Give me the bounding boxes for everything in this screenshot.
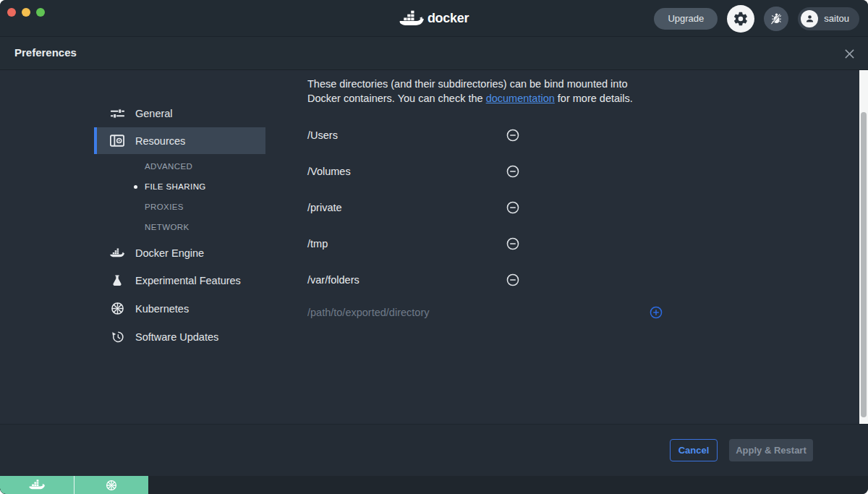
directory-path: /Users xyxy=(307,129,338,141)
upgrade-button[interactable]: Upgrade xyxy=(654,8,718,30)
sidebar-item-kubernetes[interactable]: Kubernetes xyxy=(94,294,265,323)
docker-whale-icon xyxy=(29,479,45,491)
minus-circle-icon xyxy=(506,201,519,214)
directory-path: /Volumes xyxy=(307,166,351,177)
close-window-button[interactable] xyxy=(7,8,16,17)
helm-icon xyxy=(110,302,124,315)
subnav-item-proxies[interactable]: PROXIES xyxy=(94,197,265,217)
subnav-item-file-sharing[interactable]: FILE SHARING xyxy=(94,176,265,197)
sidebar-item-label: General xyxy=(135,108,173,119)
directory-path: /tmp xyxy=(307,238,328,250)
minus-circle-icon xyxy=(506,165,519,178)
shared-directory-row: /tmp xyxy=(307,226,519,262)
history-icon xyxy=(110,330,124,344)
cancel-button[interactable]: Cancel xyxy=(670,439,718,461)
username-label: saitou xyxy=(824,13,849,24)
sidebar-item-resources[interactable]: Resources xyxy=(94,127,265,154)
docker-desktop-window: docker Upgrade saitou Preferences xyxy=(0,0,868,494)
titlebar-actions: Upgrade saitou xyxy=(654,0,859,37)
sidebar-item-label: Experimental Features xyxy=(135,275,241,286)
docker-logo: docker xyxy=(399,0,469,37)
remove-directory-button[interactable] xyxy=(506,201,519,214)
scrollbar-thumb[interactable] xyxy=(861,112,867,417)
close-icon xyxy=(844,48,855,59)
sidebar-item-label: Resources xyxy=(135,135,185,147)
file-sharing-description: These directories (and their subdirector… xyxy=(307,77,647,106)
apply-restart-button[interactable]: Apply & Restart xyxy=(729,439,813,461)
settings-button[interactable] xyxy=(727,5,754,33)
sliders-icon xyxy=(110,108,124,119)
directory-path: /var/folders xyxy=(307,274,359,286)
scrollbar-track[interactable] xyxy=(859,70,868,424)
sidebar-item-label: Software Updates xyxy=(135,331,218,343)
sidebar-item-software-updates[interactable]: Software Updates xyxy=(94,323,265,351)
page-title: Preferences xyxy=(14,46,77,59)
remove-directory-button[interactable] xyxy=(506,237,519,250)
shared-directory-row: /Users xyxy=(307,117,519,153)
subnav-item-network[interactable]: NETWORK xyxy=(94,217,265,237)
status-bar xyxy=(0,476,868,494)
sidebar-item-label: Kubernetes xyxy=(135,303,189,315)
flask-icon xyxy=(110,274,124,287)
shared-directory-row: /private xyxy=(307,189,519,226)
remove-directory-button[interactable] xyxy=(506,129,519,142)
app-titlebar: docker Upgrade saitou xyxy=(0,0,868,37)
engine-status-segment xyxy=(0,476,148,494)
add-directory-button[interactable] xyxy=(650,306,663,319)
minus-circle-icon xyxy=(506,237,519,250)
preferences-footer: Cancel Apply & Restart xyxy=(0,424,868,476)
remove-directory-button[interactable] xyxy=(506,273,519,286)
person-icon xyxy=(804,13,815,24)
minimize-window-button[interactable] xyxy=(22,8,30,17)
zoom-window-button[interactable] xyxy=(36,8,45,17)
new-directory-input[interactable] xyxy=(307,307,650,318)
directory-path: /private xyxy=(307,202,342,213)
kubernetes-status[interactable] xyxy=(74,476,148,494)
docker-whale-icon xyxy=(399,9,424,28)
sidebar-item-label: Docker Engine xyxy=(135,247,204,259)
add-directory-row xyxy=(307,298,663,327)
avatar xyxy=(801,10,818,27)
description-text: for more details. xyxy=(555,93,633,104)
docker-brand-text: docker xyxy=(427,11,469,26)
shared-directory-row: /var/folders xyxy=(307,262,519,298)
remove-directory-button[interactable] xyxy=(506,165,519,178)
macos-window-controls xyxy=(7,8,45,17)
docker-engine-status[interactable] xyxy=(0,476,74,494)
troubleshoot-button[interactable] xyxy=(764,7,788,31)
preferences-sidebar: General Resources ADVANCED FILE SHARING … xyxy=(94,100,265,351)
subnav-item-advanced[interactable]: ADVANCED xyxy=(94,156,265,176)
shared-directories-list: /Users /Volumes /private /tmp /var/folde… xyxy=(307,117,663,327)
minus-circle-icon xyxy=(506,273,519,286)
sidebar-item-general[interactable]: General xyxy=(94,100,265,127)
sidebar-item-docker-engine[interactable]: Docker Engine xyxy=(94,239,265,267)
sidebar-item-experimental-features[interactable]: Experimental Features xyxy=(94,267,265,294)
preferences-header: Preferences xyxy=(0,37,868,70)
plus-circle-icon xyxy=(650,306,663,319)
close-preferences-button[interactable] xyxy=(842,46,856,61)
minus-circle-icon xyxy=(506,129,519,142)
account-menu[interactable]: saitou xyxy=(798,7,859,30)
documentation-link[interactable]: documentation xyxy=(486,93,555,104)
whale-icon xyxy=(110,247,124,259)
kubernetes-helm-icon xyxy=(106,480,117,491)
shared-directory-row: /Volumes xyxy=(307,153,519,189)
bug-slash-icon xyxy=(770,12,783,25)
drive-icon xyxy=(110,135,124,147)
resources-subnav: ADVANCED FILE SHARING PROXIES NETWORK xyxy=(94,154,265,239)
gear-icon xyxy=(733,11,749,27)
